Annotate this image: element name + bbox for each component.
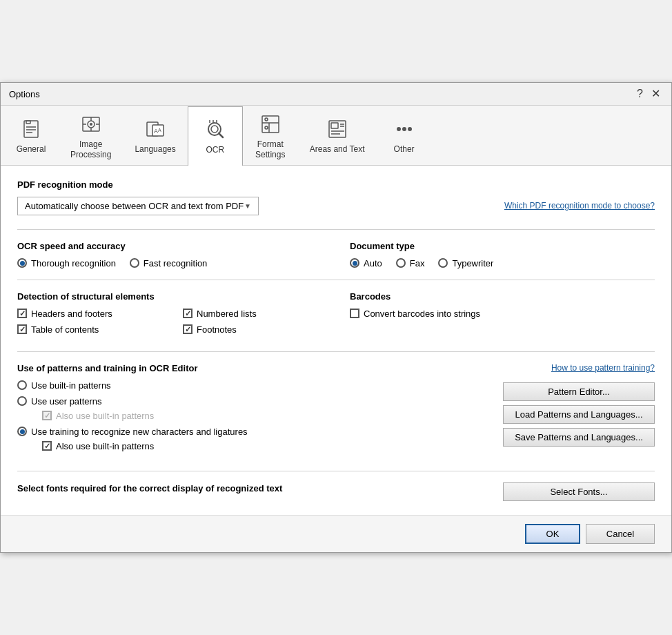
typewriter-label: Typewriter (452, 258, 493, 268)
also-builtin-label: Also use built-in patterns (56, 441, 154, 451)
detection-col-1: Headers and footers Table of contents (17, 309, 155, 340)
tab-other[interactable]: Other (377, 106, 432, 165)
auto-radio[interactable]: Auto (350, 258, 382, 268)
svg-rect-22 (262, 116, 279, 133)
auto-radio-circle (350, 258, 359, 268)
cancel-button[interactable]: Cancel (586, 524, 655, 544)
svg-point-23 (265, 118, 268, 121)
tab-image-processing-label: ImageProcessing (70, 139, 111, 159)
tab-languages[interactable]: A A Languages (123, 106, 187, 165)
pdf-recognition-dropdown[interactable]: Automatically choose between OCR and tex… (17, 197, 259, 215)
fonts-title: Select fonts required for the correct di… (17, 483, 282, 494)
title-bar: Options ? ✕ (1, 83, 671, 106)
thorough-recognition-radio[interactable]: Thorough recognition (17, 258, 116, 268)
svg-point-24 (265, 126, 268, 129)
svg-rect-1 (26, 121, 30, 124)
detection-title: Detection of structural elements (17, 291, 322, 302)
divider-3 (17, 351, 655, 352)
ok-button[interactable]: OK (525, 524, 580, 544)
thorough-label: Thorough recognition (31, 258, 116, 268)
svg-text:A: A (158, 128, 161, 133)
training-radio-circle (17, 427, 27, 436)
use-user-radio[interactable]: Use user patterns (17, 396, 462, 407)
typewriter-radio-circle (438, 258, 448, 268)
document-type-radio-group: Auto Fax Typewriter (350, 258, 655, 268)
close-button[interactable]: ✕ (649, 88, 663, 99)
tab-ocr[interactable]: OCR (188, 106, 243, 166)
barcodes-title: Barcodes (350, 291, 655, 302)
other-icon (392, 117, 417, 141)
ocr-icon (203, 117, 228, 142)
use-builtin-radio[interactable]: Use built-in patterns (17, 380, 462, 391)
dialog-footer: OK Cancel (1, 515, 671, 552)
tab-format-settings-label: FormatSettings (255, 139, 285, 159)
table-contents-checkbox[interactable]: Table of contents (17, 324, 155, 335)
fast-recognition-radio[interactable]: Fast recognition (130, 258, 208, 268)
tab-general-label: General (17, 144, 46, 154)
patterns-right: How to use pattern training? Pattern Edi… (489, 363, 655, 457)
footnotes-box (183, 324, 192, 334)
pdf-recognition-link[interactable]: Which PDF recognition mode to choose? (504, 201, 655, 211)
also-builtin-disabled-checkbox: Also use built-in patterns (42, 411, 462, 421)
headers-footers-label: Headers and footers (31, 309, 112, 319)
divider-4 (17, 471, 655, 471)
typewriter-radio[interactable]: Typewriter (438, 258, 493, 268)
user-label: Use user patterns (31, 396, 102, 407)
image-processing-icon (79, 112, 103, 137)
fax-radio[interactable]: Fax (396, 258, 425, 268)
tab-image-processing[interactable]: ImageProcessing (59, 106, 123, 165)
headers-footers-checkbox[interactable]: Headers and footers (17, 309, 155, 319)
format-settings-icon (258, 112, 283, 137)
detection-section: Detection of structural elements Headers… (17, 291, 322, 340)
tab-areas-and-text[interactable]: Areas and Text (298, 106, 377, 165)
load-patterns-button[interactable]: Load Patterns and Languages... (503, 405, 655, 424)
patterns-layout: Use of patterns and training in OCR Edit… (17, 363, 655, 457)
toolbar: General ImageProcessing (1, 106, 671, 166)
detection-col-2: Numbered lists Footnotes (183, 309, 321, 340)
training-label: Use training to recognize new characters… (31, 427, 248, 437)
convert-barcodes-checkbox[interactable]: Convert barcodes into strings (350, 309, 655, 319)
svg-rect-26 (331, 123, 338, 128)
save-patterns-button[interactable]: Save Patterns and Languages... (503, 428, 655, 447)
also-builtin-disabled-label: Also use built-in patterns (56, 411, 154, 421)
select-fonts-button[interactable]: Select Fonts... (503, 482, 655, 501)
dropdown-arrow-icon: ▼ (244, 202, 251, 210)
languages-icon: A A (143, 117, 168, 141)
also-builtin-box (42, 441, 52, 451)
patterns-title: Use of patterns and training in OCR Edit… (17, 363, 462, 373)
auto-label: Auto (364, 258, 382, 268)
detection-grid: Headers and footers Table of contents Nu… (17, 309, 322, 340)
dialog-title: Options (9, 89, 40, 99)
main-content: PDF recognition mode Automatically choos… (1, 166, 671, 515)
fonts-section: Select fonts required for the correct di… (17, 482, 655, 501)
help-button[interactable]: ? (634, 88, 646, 99)
barcodes-section: Barcodes Convert barcodes into strings (350, 291, 655, 340)
svg-point-33 (408, 127, 412, 131)
svg-point-31 (397, 127, 401, 131)
document-type-title: Document type (350, 241, 655, 251)
tab-areas-and-text-label: Areas and Text (310, 144, 365, 154)
tab-format-settings[interactable]: FormatSettings (243, 106, 298, 165)
numbered-lists-checkbox[interactable]: Numbered lists (183, 309, 321, 319)
patterns-left: Use of patterns and training in OCR Edit… (17, 363, 462, 457)
numbered-lists-box (183, 309, 192, 318)
pattern-training-link[interactable]: How to use pattern training? (551, 363, 655, 373)
pattern-editor-button[interactable]: Pattern Editor... (503, 382, 655, 401)
thorough-radio-circle (17, 258, 27, 268)
also-builtin-checkbox[interactable]: Also use built-in patterns (42, 441, 462, 451)
general-icon (19, 117, 43, 141)
divider-1 (17, 229, 655, 230)
convert-barcodes-box (350, 309, 359, 318)
tab-general[interactable]: General (3, 106, 59, 165)
detection-barcodes-row: Detection of structural elements Headers… (17, 291, 655, 340)
pdf-recognition-row: Automatically choose between OCR and tex… (17, 197, 655, 215)
fast-label: Fast recognition (144, 258, 208, 268)
footnotes-checkbox[interactable]: Footnotes (183, 324, 321, 335)
fax-label: Fax (410, 258, 425, 268)
options-dialog: Options ? ✕ General (0, 82, 672, 553)
builtin-radio-circle (17, 380, 27, 390)
svg-point-7 (90, 123, 92, 126)
document-type-section: Document type Auto Fax Typewriter (350, 241, 655, 268)
use-training-radio[interactable]: Use training to recognize new characters… (17, 427, 462, 437)
numbered-lists-label: Numbered lists (197, 309, 257, 319)
